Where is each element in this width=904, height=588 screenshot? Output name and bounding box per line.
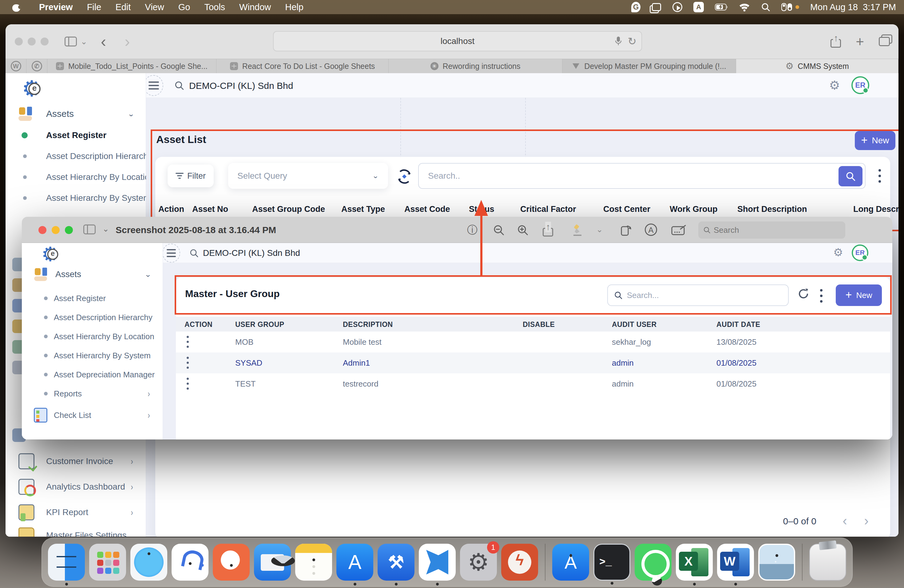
col-asset-code[interactable]: Asset Code	[405, 204, 450, 214]
terminal-dock-icon[interactable]: >_	[593, 544, 631, 581]
col-short-description[interactable]: Short Description	[737, 204, 807, 214]
menu-tools[interactable]: Tools	[197, 0, 232, 14]
inner-item-asset-register[interactable]: Asset Register	[22, 290, 163, 307]
row-actions-icon[interactable]	[186, 378, 189, 390]
screen-record-icon[interactable]	[672, 2, 682, 12]
rotate-icon[interactable]	[620, 224, 632, 237]
pinned-tab-whatsapp[interactable]: ✆	[27, 59, 47, 73]
back-button[interactable]: ‹	[101, 35, 106, 47]
table-row[interactable]: SYSAD Admin1 admin 01/08/2025	[176, 352, 890, 373]
settings-dock-icon[interactable]: ⚙1	[460, 544, 497, 581]
col-audit-user[interactable]: AUDIT USER	[612, 321, 657, 329]
excel-dock-icon[interactable]: X	[676, 544, 713, 581]
postman-dock-icon[interactable]	[213, 544, 250, 581]
share-icon[interactable]	[543, 224, 553, 237]
menu-file[interactable]: File	[80, 0, 109, 14]
settings-gear-icon[interactable]: ⚙	[829, 78, 840, 92]
select-query-dropdown[interactable]: Select Query ⌄	[228, 163, 388, 189]
whatsapp-dock-icon[interactable]	[635, 544, 672, 581]
zoom-window-button[interactable]	[41, 38, 49, 46]
finder-dock-icon[interactable]	[48, 544, 85, 581]
new-user-group-button[interactable]: + New	[836, 285, 882, 306]
zoom-window-button[interactable]	[65, 226, 73, 234]
settings-gear-icon[interactable]: ⚙	[833, 246, 843, 259]
search-icon[interactable]	[174, 81, 184, 90]
menu-window[interactable]: Window	[232, 0, 278, 14]
col-asset-group-code[interactable]: Asset Group Code	[252, 204, 325, 214]
menu-app-name[interactable]: Preview	[32, 0, 80, 14]
more-options-icon[interactable]	[820, 289, 822, 303]
grammarly-icon[interactable]: G	[631, 2, 640, 12]
menubar-clock[interactable]: Mon Aug 18 3:17 PM	[810, 2, 896, 12]
highlighter-icon[interactable]	[572, 224, 585, 237]
new-tab-icon[interactable]: +	[856, 33, 864, 50]
col-asset-type[interactable]: Asset Type	[341, 204, 385, 214]
master-search-input[interactable]	[627, 291, 782, 300]
zoom-out-icon[interactable]	[493, 224, 504, 236]
sidebar-item-asset-description-hierarchy[interactable]: Asset Description Hierarchy	[6, 148, 146, 165]
close-window-button[interactable]	[15, 38, 23, 46]
inner-item-asset-hierarchy-system[interactable]: Asset Hierarchy By System	[22, 347, 163, 364]
search-input[interactable]	[419, 164, 865, 188]
inner-item-asset-hierarchy-location[interactable]: Asset Hierarchy By Location	[22, 328, 163, 345]
filter-button[interactable]: Filter	[168, 164, 214, 187]
tab-cmms-active[interactable]: ⚙CMMS System	[736, 59, 898, 73]
refresh-icon[interactable]	[797, 287, 811, 301]
launchpad-dock-icon[interactable]	[89, 544, 126, 581]
menu-go[interactable]: Go	[171, 0, 198, 14]
chevron-down-icon[interactable]: ⌄	[81, 37, 87, 46]
pinned-tab-wordpress[interactable]: W	[6, 59, 27, 73]
trash-dock-icon[interactable]	[809, 544, 846, 581]
close-window-button[interactable]	[38, 226, 46, 234]
info-icon[interactable]: ⓘ	[467, 223, 477, 237]
hamburger-menu-icon[interactable]	[149, 82, 159, 90]
sidebar-group-assets[interactable]: Assets ⌄	[6, 104, 146, 123]
col-work-group[interactable]: Work Group	[670, 204, 718, 214]
page-previous-icon[interactable]: ‹	[842, 513, 847, 528]
inner-item-check-list[interactable]: Check List ›	[22, 405, 163, 425]
col-cost-center[interactable]: Cost Center	[603, 204, 650, 214]
more-options-icon[interactable]	[879, 169, 881, 183]
forward-button[interactable]: ›	[125, 35, 130, 47]
menu-edit[interactable]: Edit	[108, 0, 138, 14]
photo-file-dock-icon[interactable]	[758, 544, 795, 581]
share-icon[interactable]	[831, 35, 841, 47]
developer-app-dock-icon[interactable]: A	[552, 544, 589, 581]
markup-circle-a-icon[interactable]: A	[645, 224, 657, 236]
zoom-in-icon[interactable]	[517, 224, 529, 236]
new-asset-button[interactable]: + New	[855, 131, 895, 150]
mic-icon[interactable]	[615, 36, 622, 46]
spotlight-icon[interactable]	[761, 2, 770, 12]
col-asset-no[interactable]: Asset No	[192, 204, 228, 214]
notes-dock-icon[interactable]	[295, 544, 332, 581]
sidebar-item-asset-hierarchy-system[interactable]: Asset Hierarchy By System	[6, 190, 146, 207]
tab-rewording[interactable]: Rewording instructions	[389, 59, 563, 73]
avatar[interactable]: ER	[852, 245, 868, 261]
sidebar-item-master-files-settings[interactable]: Master Files Settings	[6, 525, 146, 537]
chevron-down-icon[interactable]: ⌄	[596, 225, 603, 234]
menu-view[interactable]: View	[138, 0, 171, 14]
search-icon[interactable]	[190, 248, 199, 258]
sidebar-item-kpi-report[interactable]: KPI Report ›	[6, 500, 146, 525]
safari-dock-icon[interactable]	[130, 544, 167, 581]
row-actions-icon[interactable]	[186, 357, 189, 369]
apple-menu-icon[interactable]	[12, 2, 20, 12]
tab-react-todo[interactable]: React Core To Do List - Google Sheets	[217, 59, 389, 73]
menu-help[interactable]: Help	[278, 0, 311, 14]
control-center-icon[interactable]	[781, 3, 792, 11]
row-actions-icon[interactable]	[186, 336, 189, 348]
col-description[interactable]: DESCRIPTION	[343, 321, 393, 329]
sidebar-toggle-icon[interactable]	[83, 224, 96, 234]
sidebar-item-asset-hierarchy-location[interactable]: Asset Hierarchy By Location	[6, 169, 146, 186]
col-action[interactable]: ACTION	[185, 321, 212, 329]
sidebar-item-customer-invoice[interactable]: Customer Invoice ›	[6, 449, 146, 474]
avatar[interactable]: ER	[852, 76, 869, 94]
sidebar-item-analytics-dashboard[interactable]: Analytics Dashboard ›	[6, 474, 146, 499]
hamburger-menu-icon[interactable]	[167, 249, 176, 257]
inner-item-asset-depreciation-manager[interactable]: Asset Depreciation Manager	[22, 366, 163, 383]
col-audit-date[interactable]: AUDIT DATE	[716, 321, 760, 329]
table-row[interactable]: TEST testrecord admin 01/08/2025	[176, 373, 890, 394]
signature-box-icon[interactable]	[671, 225, 686, 236]
col-disable[interactable]: DISABLE	[523, 321, 555, 329]
preview-search-input[interactable]	[714, 225, 840, 235]
